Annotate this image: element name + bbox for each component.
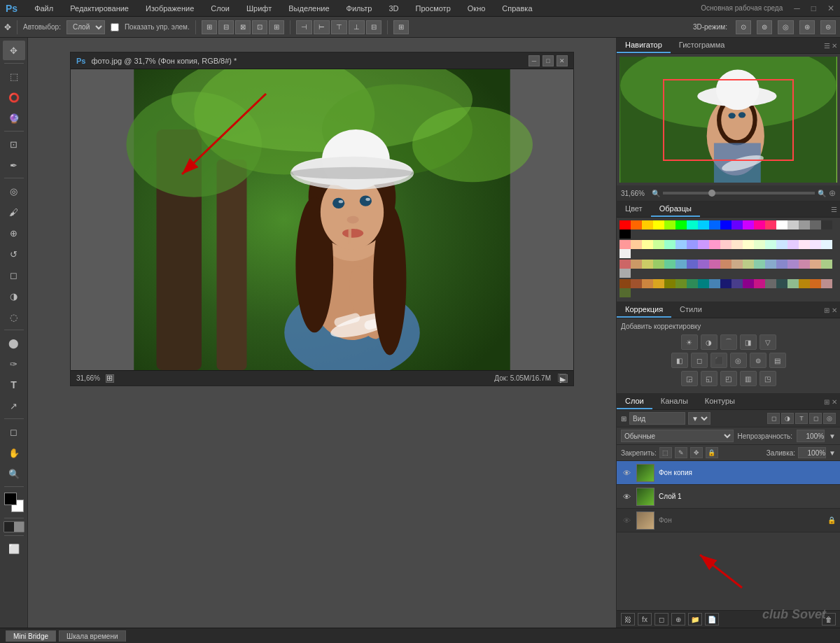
layer-select[interactable]: Слой [66, 20, 105, 34]
filter-smart-btn[interactable]: ◎ [823, 413, 836, 424]
swatch[interactable] [720, 220, 732, 229]
new-layer-btn[interactable]: 📄 [705, 613, 719, 626]
swatch[interactable] [732, 279, 743, 288]
swatch[interactable] [732, 220, 743, 229]
align-btn-2[interactable]: ⊢ [314, 20, 330, 34]
swatch[interactable] [810, 279, 821, 288]
swatch[interactable] [810, 240, 821, 249]
menu-select[interactable]: Выделение [286, 3, 332, 14]
zoom-indicator[interactable]: ⊞ [106, 374, 114, 383]
swatch[interactable] [743, 260, 754, 269]
swatch[interactable] [743, 279, 754, 288]
swatch[interactable] [620, 269, 631, 278]
shape-tool[interactable]: ◻ [3, 422, 25, 441]
hue-saturation-icon[interactable]: ◧ [671, 353, 688, 368]
transform-btn-5[interactable]: ⊞ [269, 20, 284, 34]
pen-tool[interactable]: ✑ [3, 354, 25, 374]
correction-panel-icons[interactable]: ⊞ ✕ [824, 306, 837, 314]
swatch[interactable] [754, 240, 765, 249]
swatch[interactable] [732, 240, 743, 249]
menu-view[interactable]: Просмотр [413, 3, 454, 14]
swatch[interactable] [664, 240, 676, 249]
swatch[interactable] [709, 260, 720, 269]
menu-edit[interactable]: Редактирование [67, 3, 132, 14]
swatch[interactable] [620, 279, 631, 288]
menu-layers[interactable]: Слои [208, 3, 232, 14]
move-tool-icon[interactable]: ✥ [4, 22, 11, 32]
swatch[interactable] [664, 279, 676, 288]
restore-app-btn[interactable]: □ [811, 3, 816, 13]
move-tool[interactable]: ✥ [3, 41, 25, 60]
color-panel-menu[interactable]: ☰ [831, 206, 837, 213]
swatch[interactable] [631, 260, 642, 269]
swatch[interactable] [620, 288, 631, 297]
arrange-btn[interactable]: ⊞ [393, 20, 409, 34]
transform-btn-3[interactable]: ⊠ [235, 20, 251, 34]
filter-text-btn[interactable]: T [795, 413, 808, 424]
workspace-select[interactable]: Основная рабочая среда [701, 4, 783, 12]
fill-input[interactable] [798, 447, 826, 458]
swatch[interactable] [698, 279, 709, 288]
tab-navigator[interactable]: Навигатор [617, 38, 671, 53]
channel-mixer-icon[interactable]: ⊚ [750, 353, 766, 368]
swatch[interactable] [720, 240, 732, 249]
quick-select-tool[interactable]: 🔮 [3, 108, 25, 128]
tab-correction[interactable]: Коррекция [617, 302, 671, 318]
swatch[interactable] [720, 260, 732, 269]
brightness-contrast-icon[interactable]: ☀ [681, 334, 698, 350]
new-group-btn[interactable]: 📁 [688, 613, 702, 626]
tab-timeline[interactable]: Шкала времени [59, 630, 125, 642]
screen-mode-btn[interactable]: ⬜ [3, 539, 25, 558]
swatch[interactable] [687, 220, 698, 229]
close-app-btn[interactable]: ✕ [827, 3, 834, 13]
lock-position-btn[interactable]: ✥ [690, 447, 703, 458]
swatch[interactable] [698, 240, 709, 249]
swatch[interactable] [653, 260, 664, 269]
swatch[interactable] [676, 240, 687, 249]
3d-mode-btn-5[interactable]: ⊜ [820, 20, 836, 34]
color-balance-icon[interactable]: ◻ [691, 353, 708, 368]
swatch[interactable] [821, 220, 832, 229]
align-btn-3[interactable]: ⊤ [331, 20, 347, 34]
selective-color-icon[interactable]: ◳ [760, 371, 776, 386]
posterize-icon[interactable]: ◱ [701, 371, 718, 386]
quick-mask-btn[interactable] [4, 521, 24, 532]
doc-close-btn[interactable]: ✕ [556, 55, 568, 66]
swatch[interactable] [653, 279, 664, 288]
swatch[interactable] [821, 260, 832, 269]
swatch[interactable] [709, 240, 720, 249]
swatch[interactable] [709, 220, 720, 229]
nav-zoom-out-icon[interactable]: 🔍 [652, 190, 660, 197]
document-canvas[interactable] [71, 69, 573, 370]
swatch[interactable] [664, 220, 676, 229]
swatch[interactable] [754, 260, 765, 269]
swatch[interactable] [653, 240, 664, 249]
layer-visibility-sloy1[interactable]: 👁 [621, 491, 632, 502]
3d-mode-btn-3[interactable]: ◎ [778, 20, 794, 34]
swatch[interactable] [631, 279, 642, 288]
curves-icon[interactable]: ⌒ [720, 334, 737, 350]
menu-help[interactable]: Справка [499, 3, 535, 14]
lasso-tool[interactable]: ⭕ [3, 87, 25, 107]
layer-item-fon[interactable]: 👁 Фон 🔒 [617, 509, 840, 532]
marquee-tool[interactable]: ⬚ [3, 66, 25, 86]
tab-paths[interactable]: Контуры [696, 394, 743, 409]
opacity-input[interactable] [797, 430, 825, 442]
swatch[interactable] [709, 279, 720, 288]
swatch[interactable] [788, 260, 799, 269]
3d-mode-btn-4[interactable]: ⊛ [799, 20, 815, 34]
layers-search-input[interactable] [629, 412, 685, 425]
swatch[interactable] [788, 220, 799, 229]
swatch[interactable] [642, 220, 653, 229]
nav-zoom-slider[interactable] [663, 192, 815, 195]
filter-shape-btn[interactable]: ◻ [809, 413, 822, 424]
invert-icon[interactable]: ◲ [681, 371, 698, 386]
transform-btn-2[interactable]: ⊟ [218, 20, 234, 34]
color-lookup-icon[interactable]: ▤ [769, 353, 786, 368]
menu-filter[interactable]: Фильтр [344, 3, 375, 14]
swatch[interactable] [765, 240, 776, 249]
menu-font[interactable]: Шрифт [244, 3, 274, 14]
tab-histogram[interactable]: Гистограмма [671, 38, 734, 53]
swatch[interactable] [620, 240, 631, 249]
layers-panel-icons[interactable]: ⊞ ✕ [824, 398, 837, 406]
